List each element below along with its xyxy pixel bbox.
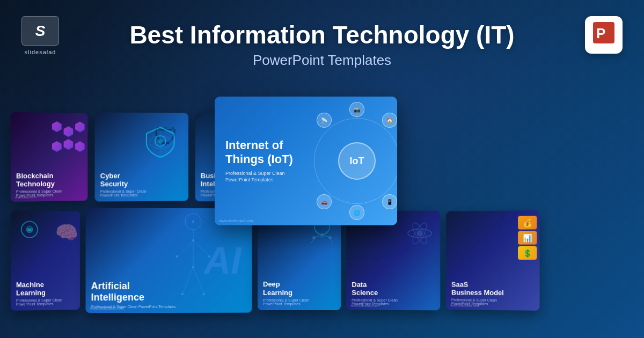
svg-point-3 (158, 139, 163, 143)
svg-text:P: P (596, 25, 605, 41)
iot-node-3: 📱 (382, 194, 397, 209)
card-dl-label: DeepLearning Professional & Super CleanP… (258, 276, 341, 310)
card-cybersec-label: CyberSecurity Professional & Super Clean… (95, 167, 189, 202)
sub-title: PowerPoint Templates (59, 52, 585, 69)
saas-title: SaaSBusiness Model (451, 280, 534, 297)
card-iot-featured[interactable]: Internet ofThings (IoT) Professional & S… (215, 97, 397, 225)
ai-big-label: AI (204, 239, 241, 282)
blockchain-watermark: slidesalad.com (15, 195, 36, 199)
saas-watermark: www.slidesalad.com (450, 304, 479, 307)
iot-title: Internet ofThings (IoT) (225, 138, 306, 167)
cybersec-subtitle: Professional & Super CleanPowerPoint Tem… (100, 189, 184, 197)
logo-box: S (21, 16, 59, 46)
ai-title: ArtificialIntelligence (91, 280, 247, 304)
card-saas[interactable]: 💰 📊 💲 SaaSBusiness Model Professional & … (446, 210, 539, 311)
brain-icon: 🧠 (55, 222, 78, 244)
card-data-science[interactable]: DataScience Professional & Super CleanPo… (346, 210, 440, 310)
ds-watermark: www.slidesalad.com (350, 304, 379, 307)
svg-line-39 (314, 235, 322, 238)
card-blockchain[interactable]: BlockchainTechnology Professional & Supe… (11, 112, 88, 202)
header: S slidesalad Best Information Technology… (0, 0, 644, 107)
ppt-icon-box: P (585, 16, 623, 54)
ds-title: DataScience (352, 280, 435, 297)
dl-title: DeepLearning (263, 280, 335, 297)
header-titles: Best Information Technology (IT) PowerPo… (59, 16, 585, 69)
card-ml-label: MachineLearning Professional & Super Cle… (11, 276, 80, 310)
cards-area: BlockchainTechnology Professional & Supe… (0, 105, 644, 338)
saas-icon-3: 💲 (518, 246, 537, 259)
logo-area: S slidesalad (21, 16, 59, 55)
iot-text-area: Internet ofThings (IoT) Professional & S… (215, 128, 317, 194)
brand-name: slidesalad (25, 49, 56, 55)
iot-subtitle: Professional & Super CleanPowerPoint Tem… (225, 170, 306, 183)
card-cybersecurity[interactable]: 🛡 CyberSecurity Professional & Super Cle… (95, 112, 189, 201)
iot-watermark: www.slidesalad.com (219, 219, 253, 223)
iot-center-label: IoT (338, 142, 376, 180)
svg-point-30 (192, 266, 194, 268)
ai-watermark: www.slidesalad.com (90, 306, 124, 310)
iot-node-2: 🏠 (382, 113, 397, 128)
logo-letter: S (35, 23, 46, 40)
saas-icon-2: 📊 (518, 231, 537, 244)
hex-decoration (52, 121, 85, 152)
iot-content: Internet ofThings (IoT) Professional & S… (215, 97, 397, 225)
atom-icon (405, 218, 435, 254)
iot-diagram: IoT 📷 🏠 📱 🌐 🚗 📡 (317, 97, 397, 225)
iot-node-5: 🚗 (317, 194, 332, 209)
saas-icon-1: 💰 (518, 216, 537, 229)
main-title: Best Information Technology (IT) (59, 21, 585, 49)
blockchain-title: BlockchainTechnology (16, 172, 83, 189)
card-machine-learning[interactable]: ML 🧠 MachineLearning Professional & Supe… (11, 210, 80, 311)
cybersec-title: CyberSecurity (100, 172, 184, 189)
svg-point-27 (192, 239, 194, 241)
iot-node-1: 📷 (349, 102, 364, 117)
svg-line-22 (177, 240, 193, 256)
ppt-icon: P (593, 22, 614, 48)
iot-node-6: 📡 (317, 113, 332, 128)
card-deep-learning[interactable]: DeepLearning Professional & Super CleanP… (258, 211, 341, 310)
ml-title: MachineLearning (16, 280, 75, 297)
svg-point-44 (417, 230, 422, 236)
dl-subtitle: Professional & Super CleanPowerPoint Tem… (263, 298, 335, 306)
ml-subtitle: Professional & Super CleanPowerPoint Tem… (16, 298, 75, 306)
svg-point-26 (192, 221, 194, 223)
saas-icons: 💰 📊 💲 (518, 216, 537, 260)
top-row: BlockchainTechnology Professional & Supe… (0, 110, 644, 204)
iot-node-4: 🌐 (349, 205, 364, 220)
svg-line-40 (322, 235, 330, 238)
